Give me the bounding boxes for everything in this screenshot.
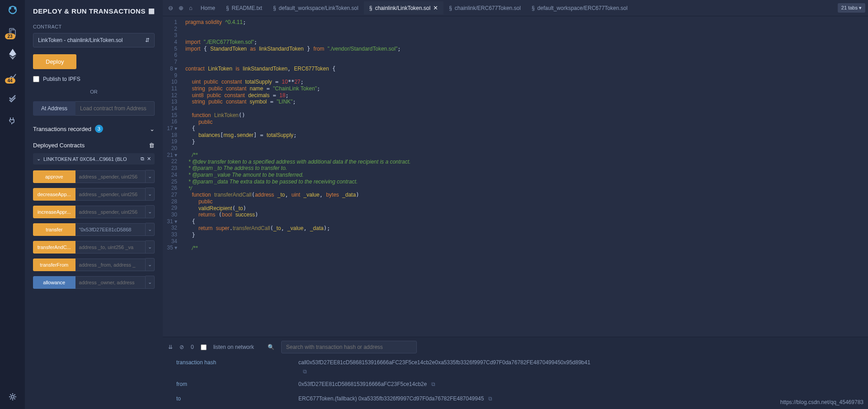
listen-label: listen on network: [213, 344, 254, 350]
fn-decreaseApp...-button[interactable]: decreaseApp...: [33, 188, 75, 201]
analyze-badge: 44: [5, 78, 15, 84]
logo-icon[interactable]: [7, 5, 18, 15]
chevron-down-icon[interactable]: ⌄: [146, 205, 155, 218]
code-editor[interactable]: 12345678 ▾91011121314151617 ▾18192021 ▾2…: [163, 16, 868, 337]
tab[interactable]: §chainlink/LinkToken.sol✕: [364, 1, 443, 14]
chevron-down-icon[interactable]: ⌄: [146, 170, 155, 183]
fn-transferAndC...-input[interactable]: [75, 241, 146, 254]
chevron-down-icon[interactable]: ⌄: [146, 258, 155, 271]
file-badge: 23: [5, 33, 15, 39]
plug-icon[interactable]: [7, 115, 18, 126]
home-tab[interactable]: Home: [195, 2, 221, 14]
svg-point-2: [14, 7, 16, 9]
term-row: transaction hashcall0x53fD27EE81cD586815…: [176, 359, 854, 366]
tab-label: default_workspace/ERC677Token.sol: [538, 5, 627, 11]
chevron-down-icon[interactable]: ⌄: [146, 188, 155, 201]
fn-approve-input[interactable]: [75, 170, 146, 183]
term-row: toERC677Token.(fallback) 0xa5335fb3326f9…: [176, 395, 854, 402]
solidity-icon: §: [532, 5, 535, 11]
fn-transferFrom-input[interactable]: [75, 259, 146, 271]
close-icon[interactable]: ✕: [147, 156, 151, 162]
ban-icon[interactable]: ⊘: [179, 344, 184, 350]
settings-icon[interactable]: [7, 391, 18, 402]
home-icon[interactable]: ⌂: [186, 5, 195, 11]
fn-increaseAppr...-input[interactable]: [75, 206, 146, 218]
fn-row: increaseAppr...⌄: [33, 205, 155, 218]
fn-transfer-input[interactable]: [75, 223, 146, 236]
term-value: call0x53fD27EE81cD5868153916666aFC23F5ce…: [298, 359, 854, 366]
fn-allowance-button[interactable]: allowance: [33, 276, 75, 289]
chevron-down-icon[interactable]: ⌄: [146, 240, 155, 254]
close-icon[interactable]: ✕: [433, 5, 438, 11]
instance-label: LINKTOKEN AT 0XC64...C9661 (BLO: [43, 156, 138, 162]
tab[interactable]: §chainlink/ERC677Token.sol: [443, 1, 526, 14]
publish-label: Publish to IPFS: [43, 76, 80, 82]
term-search-input[interactable]: [281, 341, 417, 353]
main-area: ⊖ ⊕ ⌂ Home §README.txt§default_workspace…: [163, 0, 868, 409]
line-gutter: 12345678 ▾91011121314151617 ▾18192021 ▾2…: [163, 16, 181, 337]
tabs-count[interactable]: 21 tabs ▾: [838, 3, 865, 13]
icon-sidebar: 23 44: [0, 0, 25, 409]
expand-icon[interactable]: ⇊: [168, 344, 173, 350]
tab-label: chainlink/ERC677Token.sol: [455, 5, 521, 11]
contract-select[interactable]: LinkToken - chainlink/LinkToken.sol⇵: [33, 33, 155, 47]
tab[interactable]: §default_workspace/ERC677Token.sol: [526, 1, 633, 14]
fn-row: allowance⌄: [33, 276, 155, 289]
load-address-input[interactable]: [75, 101, 155, 116]
tab-label: default_workspace/LinkToken.sol: [279, 5, 359, 11]
fn-transfer-button[interactable]: transfer: [33, 223, 75, 236]
svg-point-1: [9, 7, 11, 9]
contract-select-value: LinkToken - chainlink/LinkToken.sol: [38, 37, 123, 43]
copy-icon[interactable]: ⧉: [303, 368, 307, 375]
at-address-button[interactable]: At Address: [33, 101, 75, 116]
pending-count: 0: [191, 344, 194, 350]
fn-allowance-input[interactable]: [75, 276, 146, 289]
term-value: ERC677Token.(fallback) 0xa5335fb3326f999…: [298, 395, 854, 402]
copy-icon[interactable]: ⧉: [488, 395, 492, 402]
or-divider: OR: [33, 89, 155, 94]
fn-transferFrom-button[interactable]: transferFrom: [33, 259, 75, 271]
function-list: approve⌄decreaseApp...⌄increaseAppr...⌄t…: [33, 170, 155, 289]
check-icon[interactable]: [7, 93, 18, 104]
publish-ipfs[interactable]: Publish to IPFS: [33, 76, 155, 82]
chevron-down-icon[interactable]: ⌄: [146, 276, 155, 289]
zoom-out-icon[interactable]: ⊖: [165, 5, 176, 11]
deployed-label: Deployed Contracts: [33, 142, 85, 149]
fn-row: approve⌄: [33, 170, 155, 183]
copy-icon[interactable]: ⧉: [431, 381, 435, 387]
fn-row: transferFrom⌄: [33, 258, 155, 271]
contract-label: CONTRACT: [33, 24, 155, 29]
chevron-down-icon[interactable]: ⌄: [150, 126, 155, 132]
tabs-count-label: 21 tabs: [841, 5, 858, 10]
trash-icon[interactable]: 🗑: [149, 142, 155, 149]
fn-approve-button[interactable]: approve: [33, 170, 75, 183]
solidity-icon: §: [449, 5, 452, 11]
trans-count-badge: 3: [95, 125, 103, 133]
deployed-instance[interactable]: ⌄LINKTOKEN AT 0XC64...C9661 (BLO⧉✕: [33, 153, 155, 165]
tab[interactable]: §default_workspace/LinkToken.sol: [268, 1, 364, 14]
tab-label: chainlink/LinkToken.sol: [375, 5, 430, 11]
copy-icon[interactable]: ⧉: [141, 156, 144, 162]
solidity-icon: §: [369, 5, 373, 11]
ethereum-icon[interactable]: [7, 49, 18, 60]
code-content[interactable]: pragma solidity ^0.4.11; import "./ERC67…: [181, 16, 868, 337]
fn-row: decreaseApp...⌄: [33, 188, 155, 201]
deploy-button[interactable]: Deploy: [33, 54, 76, 69]
chevron-icon: ⇵: [145, 37, 150, 43]
tab[interactable]: §README.txt: [221, 1, 268, 14]
fn-row: transfer⌄: [33, 223, 155, 236]
fn-decreaseApp...-input[interactable]: [75, 188, 146, 201]
chevron-down-icon[interactable]: ⌄: [146, 223, 155, 236]
fn-transferAndC...-button[interactable]: transferAndC...: [33, 241, 75, 254]
search-icon[interactable]: 🔍: [268, 344, 274, 350]
book-icon[interactable]: ▦: [148, 7, 155, 15]
svg-point-5: [11, 395, 14, 398]
terminal: ⇊ ⊘ 0 listen on network 🔍 transaction ha…: [163, 337, 868, 409]
listen-checkbox[interactable]: [201, 344, 207, 350]
publish-checkbox[interactable]: [33, 76, 39, 82]
trans-recorded-label: Transactions recorded: [33, 126, 91, 132]
term-row: from0x53fD27EE81cD5868153916666aFC23F5ce…: [176, 381, 854, 387]
fn-increaseAppr...-button[interactable]: increaseAppr...: [33, 206, 75, 218]
zoom-in-icon[interactable]: ⊕: [176, 5, 186, 11]
home-label: Home: [201, 5, 215, 11]
